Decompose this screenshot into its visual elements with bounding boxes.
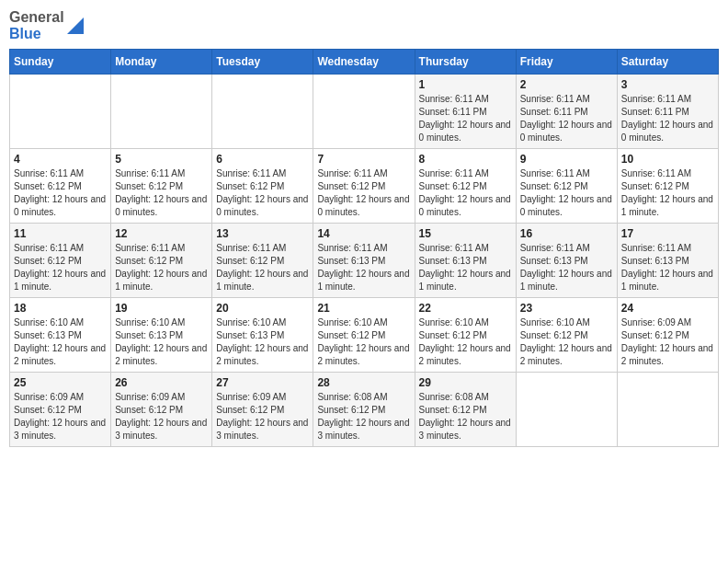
column-header-monday: Monday <box>111 50 212 75</box>
calendar-cell <box>212 75 313 149</box>
day-info: Sunrise: 6:11 AM Sunset: 6:12 PM Dayligh… <box>419 167 512 219</box>
calendar-cell: 2Sunrise: 6:11 AM Sunset: 6:11 PM Daylig… <box>516 75 617 149</box>
day-number: 24 <box>621 302 714 315</box>
calendar-cell: 15Sunrise: 6:11 AM Sunset: 6:13 PM Dayli… <box>415 224 516 298</box>
day-info: Sunrise: 6:10 AM Sunset: 6:12 PM Dayligh… <box>419 316 512 368</box>
week-row-3: 11Sunrise: 6:11 AM Sunset: 6:12 PM Dayli… <box>10 224 719 298</box>
logo-general-text: General <box>9 9 64 26</box>
day-info: Sunrise: 6:11 AM Sunset: 6:12 PM Dayligh… <box>115 167 208 219</box>
day-number: 20 <box>216 302 309 315</box>
day-number: 28 <box>317 376 410 389</box>
day-number: 25 <box>14 376 107 389</box>
day-info: Sunrise: 6:11 AM Sunset: 6:12 PM Dayligh… <box>14 242 107 293</box>
calendar-cell: 10Sunrise: 6:11 AM Sunset: 6:12 PM Dayli… <box>617 149 718 224</box>
day-number: 11 <box>14 227 107 240</box>
day-info: Sunrise: 6:09 AM Sunset: 6:12 PM Dayligh… <box>216 391 309 442</box>
day-info: Sunrise: 6:10 AM Sunset: 6:13 PM Dayligh… <box>216 316 309 368</box>
calendar-cell: 23Sunrise: 6:10 AM Sunset: 6:12 PM Dayli… <box>516 298 617 373</box>
day-info: Sunrise: 6:10 AM Sunset: 6:12 PM Dayligh… <box>520 316 613 368</box>
day-number: 15 <box>419 227 512 240</box>
calendar-cell: 12Sunrise: 6:11 AM Sunset: 6:12 PM Dayli… <box>111 224 212 298</box>
calendar-cell: 18Sunrise: 6:10 AM Sunset: 6:13 PM Dayli… <box>10 298 111 373</box>
calendar-cell: 19Sunrise: 6:10 AM Sunset: 6:13 PM Dayli… <box>111 298 212 373</box>
day-number: 14 <box>317 227 410 240</box>
calendar-cell: 21Sunrise: 6:10 AM Sunset: 6:12 PM Dayli… <box>313 298 415 373</box>
column-header-wednesday: Wednesday <box>313 50 415 75</box>
column-header-sunday: Sunday <box>10 50 111 75</box>
day-number: 27 <box>216 376 309 389</box>
logo-triangle-icon <box>67 17 84 34</box>
day-number: 3 <box>621 78 714 91</box>
week-row-2: 4Sunrise: 6:11 AM Sunset: 6:12 PM Daylig… <box>10 149 719 224</box>
day-info: Sunrise: 6:11 AM Sunset: 6:12 PM Dayligh… <box>317 167 410 219</box>
day-info: Sunrise: 6:11 AM Sunset: 6:12 PM Dayligh… <box>115 242 208 293</box>
day-number: 8 <box>419 153 512 166</box>
day-number: 26 <box>115 376 208 389</box>
logo-wrapper: GeneralBlue <box>9 9 84 41</box>
day-info: Sunrise: 6:11 AM Sunset: 6:13 PM Dayligh… <box>419 242 512 293</box>
day-info: Sunrise: 6:11 AM Sunset: 6:11 PM Dayligh… <box>419 93 512 144</box>
day-number: 13 <box>216 227 309 240</box>
column-header-saturday: Saturday <box>617 50 718 75</box>
day-info: Sunrise: 6:08 AM Sunset: 6:12 PM Dayligh… <box>317 391 410 442</box>
week-row-4: 18Sunrise: 6:10 AM Sunset: 6:13 PM Dayli… <box>10 298 719 373</box>
calendar-cell: 1Sunrise: 6:11 AM Sunset: 6:11 PM Daylig… <box>415 75 516 149</box>
logo-blue-text: Blue <box>9 26 64 42</box>
calendar-cell: 9Sunrise: 6:11 AM Sunset: 6:12 PM Daylig… <box>516 149 617 224</box>
day-info: Sunrise: 6:11 AM Sunset: 6:12 PM Dayligh… <box>216 242 309 293</box>
calendar-cell: 13Sunrise: 6:11 AM Sunset: 6:12 PM Dayli… <box>212 224 313 298</box>
day-number: 4 <box>14 153 107 166</box>
calendar-cell: 4Sunrise: 6:11 AM Sunset: 6:12 PM Daylig… <box>10 149 111 224</box>
day-number: 17 <box>621 227 714 240</box>
calendar-cell: 22Sunrise: 6:10 AM Sunset: 6:12 PM Dayli… <box>415 298 516 373</box>
calendar-cell: 3Sunrise: 6:11 AM Sunset: 6:11 PM Daylig… <box>617 75 718 149</box>
day-info: Sunrise: 6:11 AM Sunset: 6:13 PM Dayligh… <box>520 242 613 293</box>
column-header-tuesday: Tuesday <box>212 50 313 75</box>
day-info: Sunrise: 6:09 AM Sunset: 6:12 PM Dayligh… <box>14 391 107 442</box>
day-number: 10 <box>621 153 714 166</box>
calendar-cell: 14Sunrise: 6:11 AM Sunset: 6:13 PM Dayli… <box>313 224 415 298</box>
day-number: 23 <box>520 302 613 315</box>
day-info: Sunrise: 6:11 AM Sunset: 6:11 PM Dayligh… <box>621 93 714 144</box>
calendar-cell: 25Sunrise: 6:09 AM Sunset: 6:12 PM Dayli… <box>10 373 111 447</box>
page-header: GeneralBlue <box>9 9 719 41</box>
day-number: 6 <box>216 153 309 166</box>
calendar-table: SundayMondayTuesdayWednesdayThursdayFrid… <box>9 49 719 447</box>
day-number: 2 <box>520 78 613 91</box>
column-header-friday: Friday <box>516 50 617 75</box>
column-header-thursday: Thursday <box>415 50 516 75</box>
day-number: 29 <box>419 376 512 389</box>
calendar-header: SundayMondayTuesdayWednesdayThursdayFrid… <box>10 50 719 75</box>
calendar-cell: 24Sunrise: 6:09 AM Sunset: 6:12 PM Dayli… <box>617 298 718 373</box>
calendar-cell <box>10 75 111 149</box>
day-info: Sunrise: 6:11 AM Sunset: 6:12 PM Dayligh… <box>14 167 107 219</box>
calendar-cell <box>617 373 718 447</box>
day-number: 5 <box>115 153 208 166</box>
calendar-cell <box>516 373 617 447</box>
day-info: Sunrise: 6:11 AM Sunset: 6:13 PM Dayligh… <box>317 242 410 293</box>
header-row: SundayMondayTuesdayWednesdayThursdayFrid… <box>10 50 719 75</box>
calendar-cell: 11Sunrise: 6:11 AM Sunset: 6:12 PM Dayli… <box>10 224 111 298</box>
calendar-cell: 6Sunrise: 6:11 AM Sunset: 6:12 PM Daylig… <box>212 149 313 224</box>
day-number: 19 <box>115 302 208 315</box>
calendar-cell: 16Sunrise: 6:11 AM Sunset: 6:13 PM Dayli… <box>516 224 617 298</box>
svg-marker-0 <box>67 17 84 34</box>
day-number: 7 <box>317 153 410 166</box>
calendar-cell: 29Sunrise: 6:08 AM Sunset: 6:12 PM Dayli… <box>415 373 516 447</box>
calendar-cell: 5Sunrise: 6:11 AM Sunset: 6:12 PM Daylig… <box>111 149 212 224</box>
day-number: 22 <box>419 302 512 315</box>
week-row-1: 1Sunrise: 6:11 AM Sunset: 6:11 PM Daylig… <box>10 75 719 149</box>
day-number: 9 <box>520 153 613 166</box>
calendar-body: 1Sunrise: 6:11 AM Sunset: 6:11 PM Daylig… <box>10 75 719 447</box>
day-info: Sunrise: 6:10 AM Sunset: 6:12 PM Dayligh… <box>317 316 410 368</box>
day-number: 16 <box>520 227 613 240</box>
day-number: 12 <box>115 227 208 240</box>
day-number: 18 <box>14 302 107 315</box>
day-info: Sunrise: 6:08 AM Sunset: 6:12 PM Dayligh… <box>419 391 512 442</box>
calendar-cell: 17Sunrise: 6:11 AM Sunset: 6:13 PM Dayli… <box>617 224 718 298</box>
day-info: Sunrise: 6:11 AM Sunset: 6:13 PM Dayligh… <box>621 242 714 293</box>
calendar-cell <box>313 75 415 149</box>
day-info: Sunrise: 6:09 AM Sunset: 6:12 PM Dayligh… <box>115 391 208 442</box>
calendar-cell: 28Sunrise: 6:08 AM Sunset: 6:12 PM Dayli… <box>313 373 415 447</box>
calendar-cell: 7Sunrise: 6:11 AM Sunset: 6:12 PM Daylig… <box>313 149 415 224</box>
